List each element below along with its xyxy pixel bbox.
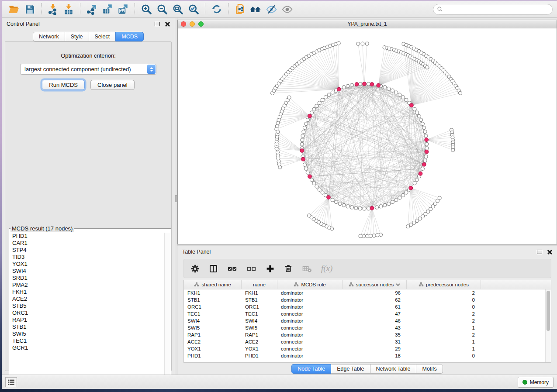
table-cell[interactable]: SWI5 — [242, 325, 277, 330]
first-neighbors-icon[interactable] — [248, 3, 263, 16]
splitter-grip[interactable] — [175, 195, 177, 202]
table-cell[interactable]: 96 — [343, 290, 407, 296]
close-panel-icon[interactable] — [165, 22, 170, 27]
result-list-item[interactable]: CAR1 — [12, 240, 164, 247]
result-list-item[interactable]: STB1 — [12, 323, 164, 330]
table-cell[interactable]: 0 — [407, 353, 481, 358]
zoom-selected-icon[interactable] — [186, 3, 201, 16]
close-panel-icon[interactable] — [547, 250, 552, 254]
table-cell[interactable]: 62 — [343, 297, 407, 303]
result-list-item[interactable]: TEC1 — [12, 337, 164, 344]
table-cell[interactable]: PHD1 — [184, 353, 242, 358]
table-cell[interactable]: TEC1 — [184, 311, 242, 316]
table-cell[interactable]: dominator — [277, 304, 343, 309]
import-network-icon[interactable] — [45, 3, 61, 16]
table-cell[interactable]: ACE2 — [242, 339, 277, 344]
result-list-item[interactable]: STP4 — [12, 247, 164, 254]
open-folder-icon[interactable] — [6, 3, 22, 16]
tab-network[interactable]: Network — [33, 32, 65, 41]
table-row[interactable]: STB1STB1dominator620 — [184, 296, 545, 303]
network-window-titlebar[interactable]: YPA_prune.txt_1 — [178, 20, 557, 28]
tab-edge-table[interactable]: Edge Table — [331, 364, 370, 374]
mcds-result-list[interactable]: PHD1CAR1STP4TID3YOX1SWI4SRD1PMA2FKH1ACE2… — [10, 232, 164, 386]
result-list-item[interactable]: STB5 — [12, 303, 164, 309]
table-cell[interactable]: 2 — [407, 318, 481, 323]
column-header-successor-nodes[interactable]: successor nodes — [343, 280, 407, 289]
table-cell[interactable]: 1 — [407, 346, 481, 351]
add-icon[interactable] — [266, 264, 275, 273]
table-cell[interactable]: 29 — [343, 346, 407, 351]
tab-mcds[interactable]: MCDS — [115, 32, 144, 41]
tab-motifs[interactable]: Motifs — [416, 364, 443, 374]
table-cell[interactable]: connector — [277, 339, 343, 344]
show-all-icon[interactable] — [279, 3, 295, 16]
tab-network-table[interactable]: Network Table — [370, 364, 417, 374]
table-cell[interactable]: 0 — [407, 297, 481, 303]
result-list-item[interactable]: TID3 — [12, 254, 164, 261]
table-cell[interactable]: dominator — [277, 297, 343, 303]
result-list-item[interactable]: PHD1 — [12, 233, 164, 240]
tab-style[interactable]: Style — [65, 32, 89, 41]
table-row[interactable]: SWI4SWI4dominator462 — [184, 317, 545, 324]
delete-icon[interactable] — [284, 264, 293, 273]
table-row[interactable]: ACE2ACE2connector311 — [184, 338, 545, 345]
save-icon[interactable] — [22, 3, 38, 16]
gear-icon[interactable] — [190, 264, 200, 273]
table-cell[interactable]: dominator — [277, 318, 343, 323]
table-cell[interactable]: TEC1 — [242, 311, 277, 316]
table-cell[interactable]: 1 — [407, 325, 481, 330]
table-cell[interactable]: SWI4 — [184, 318, 242, 323]
table-cell[interactable]: dominator — [277, 290, 343, 296]
result-list-item[interactable]: SWI4 — [12, 268, 164, 275]
table-cell[interactable]: RAP1 — [184, 332, 242, 337]
table-cell[interactable]: ACE2 — [184, 339, 242, 344]
table-cell[interactable]: YOX1 — [242, 346, 277, 351]
close-panel-button[interactable]: Close panel — [90, 80, 135, 90]
import-table-icon[interactable] — [61, 3, 76, 16]
table-cell[interactable]: SWI4 — [242, 318, 277, 323]
copy-network-icon[interactable] — [232, 3, 248, 16]
column-header-shared-name[interactable]: shared name — [184, 280, 242, 289]
export-table-icon[interactable] — [100, 3, 115, 16]
mcds-result-scrollbar[interactable] — [164, 233, 170, 386]
table-cell[interactable]: 31 — [343, 339, 407, 344]
deselect-all-icon[interactable] — [246, 264, 256, 274]
result-list-item[interactable]: ACE2 — [12, 296, 164, 303]
zoom-out-icon[interactable] — [154, 3, 170, 16]
result-list-item[interactable]: GCR1 — [12, 344, 164, 351]
float-window-icon[interactable] — [155, 22, 160, 26]
column-header-predecessor-nodes[interactable]: predecessor nodes — [407, 280, 481, 289]
table-cell[interactable]: FKH1 — [184, 290, 242, 296]
optimization-criterion-select[interactable]: largest connected component (undirected) — [20, 64, 156, 75]
table-cell[interactable]: ORC1 — [184, 304, 242, 309]
task-history-button[interactable] — [5, 377, 17, 387]
table-cell[interactable]: 1 — [407, 339, 481, 344]
zoom-in-icon[interactable] — [138, 3, 154, 16]
columns-icon[interactable] — [209, 264, 218, 273]
table-cell[interactable]: 2 — [407, 311, 481, 316]
float-window-icon[interactable] — [537, 250, 542, 254]
result-list-item[interactable]: SRD1 — [12, 275, 164, 282]
result-list-item[interactable]: PMA2 — [12, 282, 164, 289]
table-row[interactable]: SWI5SWI5connector431 — [184, 324, 545, 331]
result-list-item[interactable]: YOX1 — [12, 261, 164, 268]
table-cell[interactable]: connector — [277, 325, 343, 330]
table-cell[interactable]: STB1 — [242, 297, 277, 303]
table-cell[interactable]: 61 — [343, 304, 407, 309]
select-all-icon[interactable] — [227, 264, 237, 274]
table-cell[interactable]: dominator — [277, 353, 343, 358]
search-field[interactable] — [433, 4, 553, 15]
table-cell[interactable]: 2 — [407, 332, 481, 337]
table-cell[interactable]: 43 — [343, 325, 407, 330]
table-row[interactable]: TEC1TEC1connector472 — [184, 310, 545, 317]
table-cell[interactable]: dominator — [277, 332, 343, 337]
table-cell[interactable]: PHD1 — [242, 353, 277, 358]
table-cell[interactable]: connector — [277, 311, 343, 316]
refresh-icon[interactable] — [209, 3, 225, 16]
run-mcds-button[interactable]: Run MCDS — [42, 80, 85, 90]
table-row[interactable]: ORC1ORC1dominator610 — [184, 303, 545, 310]
tab-select[interactable]: Select — [89, 32, 116, 41]
table-cell[interactable]: RAP1 — [242, 332, 277, 337]
table-cell[interactable]: SWI5 — [184, 325, 242, 330]
hide-selected-icon[interactable] — [263, 3, 279, 16]
